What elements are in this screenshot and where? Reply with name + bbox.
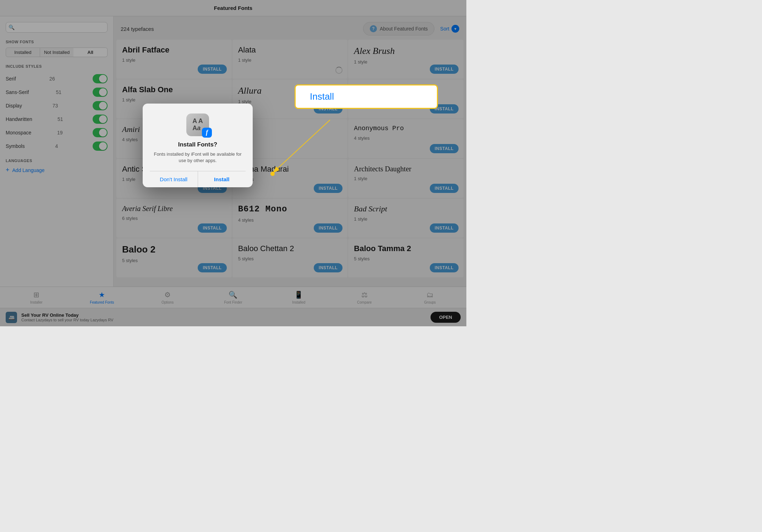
- install-modal: A A Aa f Install Fonts? Fonts installed …: [143, 104, 253, 187]
- modal-icon-badge: f: [202, 128, 212, 138]
- modal-icon: A A Aa f: [150, 113, 246, 136]
- modal-overlay: Install A A Aa f Install Fonts? Fonts i: [0, 0, 466, 326]
- install-callout: Install: [295, 84, 438, 109]
- modal-body: Fonts installed by iFont will be availab…: [150, 151, 246, 164]
- modal-icon-inner: A A Aa f: [186, 113, 209, 136]
- svg-point-2: [270, 172, 275, 176]
- install-callout-text: Install: [310, 91, 334, 102]
- modal-confirm-button[interactable]: Install: [198, 171, 246, 187]
- svg-line-0: [273, 120, 330, 173]
- modal-title: Install Fonts?: [150, 141, 246, 148]
- modal-cancel-button[interactable]: Don't Install: [150, 171, 198, 187]
- modal-buttons: Don't Install Install: [150, 171, 246, 187]
